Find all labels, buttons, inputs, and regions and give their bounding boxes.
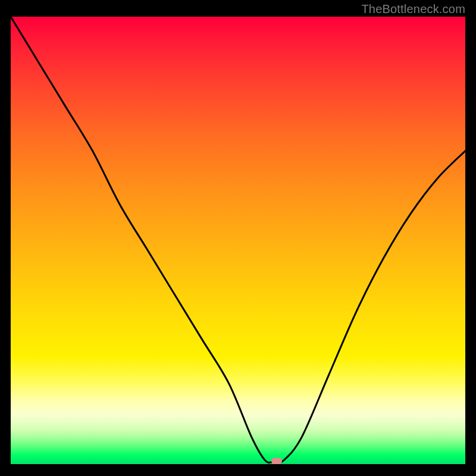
watermark-text: TheBottleneck.com [361, 2, 465, 16]
bottleneck-curve [11, 17, 465, 462]
chart-frame: TheBottleneck.com [0, 0, 476, 476]
optimum-marker [271, 458, 282, 464]
curve-layer [11, 17, 465, 464]
plot-area [11, 17, 465, 464]
